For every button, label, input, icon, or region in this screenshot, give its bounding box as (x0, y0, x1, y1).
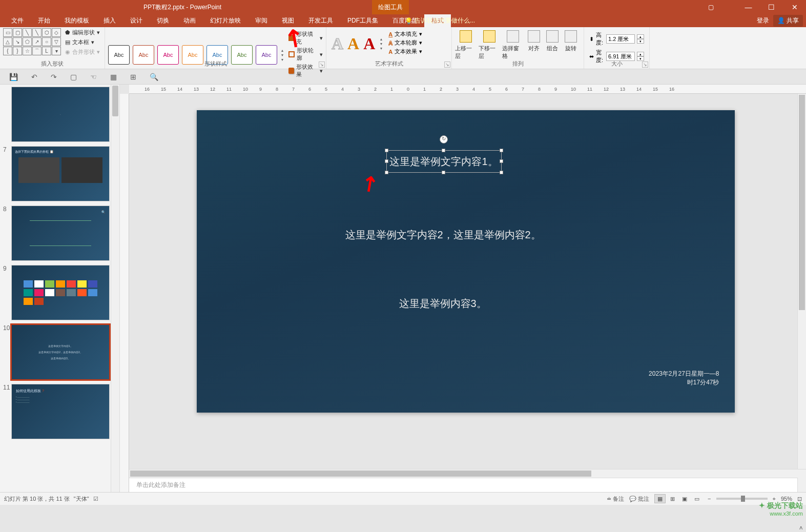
resize-handle[interactable] (385, 171, 388, 174)
shape-item[interactable]: ▢ (13, 28, 22, 37)
canvas-scrollbar-vertical[interactable] (797, 94, 806, 492)
resize-handle[interactable] (500, 159, 503, 163)
shape-item[interactable]: ╲ (23, 28, 32, 37)
tab-design[interactable]: 设计 (123, 14, 150, 27)
send-backward-button[interactable]: 下移一层 (479, 30, 500, 60)
shape-item[interactable]: ⬠ (23, 37, 32, 46)
shape-item[interactable]: ⌒ (32, 47, 42, 55)
canvas-scrollbar-horizontal[interactable] (129, 469, 806, 478)
shape-item[interactable]: { (3, 47, 12, 55)
redo-button[interactable]: ↷ (51, 73, 57, 81)
notes-toggle[interactable]: ≐ 备注 (607, 495, 624, 503)
shape-item[interactable]: } (13, 47, 22, 55)
rotate-button[interactable]: 旋转 (563, 30, 579, 60)
spellcheck-indicator[interactable]: ☑ (93, 496, 98, 502)
slideshow-view-button[interactable]: ▭ (691, 494, 702, 503)
tab-my-templates[interactable]: 我的模板 (57, 14, 96, 27)
tab-review[interactable]: 审阅 (248, 14, 275, 27)
close-button[interactable]: ✕ (783, 0, 806, 14)
selection-pane-button[interactable]: 选择窗格 (502, 30, 524, 60)
dialog-launcher[interactable]: ↘ (319, 62, 325, 68)
tab-slideshow[interactable]: 幻灯片放映 (203, 14, 248, 27)
sorter-view-button[interactable]: ⊞ (667, 494, 678, 503)
thumb-preview[interactable] (11, 265, 110, 320)
text-fill-button[interactable]: A文本填充 ▾ (388, 30, 422, 38)
resize-handle[interactable] (385, 159, 388, 163)
wordart-preset[interactable]: A (332, 34, 343, 53)
share-button[interactable]: 👤 共享 (773, 15, 803, 27)
spin-up[interactable]: ▴ (637, 34, 644, 39)
ruler-horizontal[interactable]: 1615141312111098765432101234567891011121… (129, 85, 806, 94)
shape-item[interactable]: ▾ (52, 47, 61, 55)
context-tab-drawing-tools[interactable]: 绘图工具 (372, 0, 409, 14)
shape-item[interactable]: L (42, 47, 51, 55)
wordart-preset[interactable]: A (363, 34, 375, 53)
thumbnail[interactable]: 9 (2, 265, 117, 320)
shape-item[interactable]: ⬡ (42, 28, 51, 37)
zoom-slider[interactable] (716, 498, 768, 500)
shape-item[interactable]: ▭ (3, 28, 12, 37)
thumb-preview[interactable]: 🔍 (11, 206, 110, 261)
shape-item[interactable]: ↗ (32, 37, 42, 46)
zoom-out-button[interactable]: − (708, 496, 711, 502)
tab-insert[interactable]: 插入 (96, 14, 123, 27)
tab-transitions[interactable]: 切换 (150, 14, 176, 27)
rotate-handle[interactable]: ↻ (440, 135, 448, 144)
resize-handle[interactable] (500, 149, 503, 152)
resize-handle[interactable] (385, 149, 388, 152)
shape-item[interactable]: △ (3, 37, 12, 46)
thumb-preview[interactable]: 这是举例文字内容1。 这是举例文字内容2，这是举例内容2。 这是举例内容3。 (11, 324, 110, 380)
thumbnail[interactable]: · (2, 87, 117, 142)
save-button[interactable]: 💾 (9, 73, 18, 81)
dialog-launcher[interactable]: ↘ (642, 62, 648, 68)
shape-item[interactable]: ↘ (13, 37, 22, 46)
slideshow-from-start-button[interactable]: ▢ (70, 73, 77, 81)
selected-textbox[interactable]: ↻ 这里是举例文字内容1。 (386, 150, 502, 173)
align-button[interactable]: 对齐 (526, 30, 542, 60)
dialog-launcher[interactable]: ↘ (444, 62, 450, 68)
shape-styles-gallery[interactable]: Abc Abc Abc Abc Abc Abc Abc ▴▾▾ (108, 28, 283, 78)
tab-developer[interactable]: 开发工具 (301, 14, 340, 27)
shape-item[interactable]: ○ (42, 37, 51, 46)
thumbnail-pane[interactable]: · 7 选择下面到底效果的形框 📋 8 🔍 9 (0, 85, 120, 492)
slide-text-2[interactable]: 这里是举例文字内容2，这里是举例内容2。 (345, 228, 541, 242)
normal-view-button[interactable]: ▦ (654, 494, 666, 503)
maximize-button[interactable]: ☐ (760, 0, 783, 14)
tab-animations[interactable]: 动画 (176, 14, 203, 27)
spin-down[interactable]: ▾ (637, 39, 644, 44)
minimize-button[interactable]: — (737, 0, 760, 14)
resize-handle[interactable] (442, 171, 445, 174)
shapes-gallery[interactable]: ▭ ▢ ╲ ╲ ⬡ ◇ △ ↘ ⬠ ↗ ○ ▽ { } ☆ ⌒ L ▾ (3, 28, 61, 56)
slide-text-3[interactable]: 这里是举例内容3。 (399, 297, 487, 311)
resize-handle[interactable] (442, 149, 445, 152)
tab-pdf-tools[interactable]: PDF工具集 (340, 14, 385, 27)
spin-up[interactable]: ▴ (637, 52, 644, 56)
wordart-preset[interactable]: A (347, 34, 359, 53)
bring-forward-button[interactable]: 上移一层 (455, 30, 477, 60)
language-indicator[interactable]: "天体" (74, 495, 89, 503)
tab-file[interactable]: 文件 (4, 14, 31, 27)
slide-text-1[interactable]: 这里是举例文字内容1。 (389, 155, 498, 169)
shape-item[interactable]: ◇ (52, 28, 61, 37)
notes-pane[interactable]: 单击此处添加备注 (129, 478, 806, 492)
resize-handle[interactable] (500, 171, 503, 174)
tab-home[interactable]: 开始 (31, 14, 57, 27)
thumb-preview[interactable]: 选择下面到底效果的形框 📋 (11, 146, 110, 201)
collapse-ribbon-button[interactable]: ʌ (799, 524, 803, 531)
wordart-gallery[interactable]: A A A ▴▾▾ (329, 28, 384, 55)
touch-mode-button[interactable]: ☜ (90, 73, 97, 81)
tell-me-search[interactable]: 💡 告诉我你想要做什么... (405, 16, 475, 25)
slide-counter[interactable]: 幻灯片 第 10 张，共 11 张 (4, 495, 70, 503)
comments-toggle[interactable]: 💬 批注 (629, 495, 649, 503)
text-effects-button[interactable]: A文本效果 ▾ (388, 48, 422, 55)
text-box-button[interactable]: ▤ 文本框 ▾ (64, 38, 101, 47)
text-outline-button[interactable]: A文本轮廓 ▾ (388, 39, 422, 47)
thumb-preview[interactable]: 如何使用此模板 ? • —————— • —————— • —————— (11, 384, 110, 439)
login-button[interactable]: 登录 (757, 16, 769, 25)
slide-canvas[interactable]: ↻ 这里是举例文字内容1。 ↗ 这里是举例文字内容2，这里是举例内容2。 这里是… (197, 110, 735, 413)
undo-button[interactable]: ↶ (31, 73, 37, 81)
shape-item[interactable]: ☆ (23, 47, 32, 55)
reading-view-button[interactable]: ▣ (679, 494, 690, 503)
thumbnail[interactable]: 8 🔍 (2, 206, 117, 261)
shape-item[interactable]: ╲ (32, 28, 42, 37)
